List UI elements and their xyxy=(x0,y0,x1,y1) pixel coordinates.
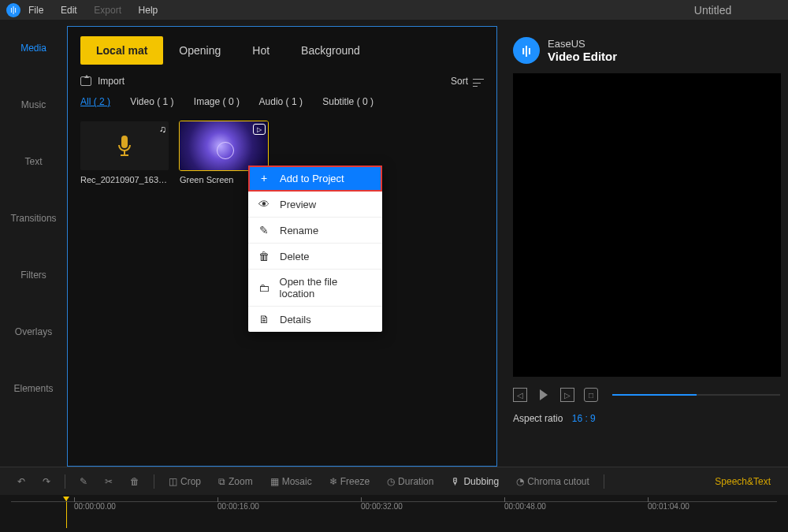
undo-button[interactable]: ↶ xyxy=(11,476,32,487)
sidebar-item-music[interactable]: Music xyxy=(0,76,67,133)
brand-banner: ı|ı EaseUS Video Editor xyxy=(505,28,788,73)
folder-icon: 🗀 xyxy=(258,281,270,294)
menu-bar: File Edit Export Help xyxy=(28,4,172,16)
media-item[interactable]: ♫ Rec_20210907_1635... xyxy=(80,121,169,184)
duration-tool[interactable]: ◷ Duration xyxy=(381,476,440,487)
app-logo-icon: ı|ı xyxy=(6,3,20,17)
speech-text-tool[interactable]: Speech&Text xyxy=(708,476,777,487)
video-badge-icon: ▷ xyxy=(253,124,266,135)
preview-panel: ı|ı EaseUS Video Editor ◁ ▷ □ Aspect rat… xyxy=(497,20,788,467)
ctx-details[interactable]: 🗎 Details xyxy=(248,307,382,332)
tab-background[interactable]: Background xyxy=(285,36,376,65)
time-tick: 00:01:04.00 xyxy=(648,502,690,511)
cut-tool[interactable]: ✂ xyxy=(98,476,119,487)
sidebar-item-overlays[interactable]: Overlays xyxy=(0,303,67,360)
menu-file[interactable]: File xyxy=(28,5,43,16)
time-tick: 00:00:16.00 xyxy=(217,502,259,511)
eye-icon: 👁 xyxy=(258,198,270,210)
sidebar-item-elements[interactable]: Elements xyxy=(0,360,67,417)
project-title: Untitled xyxy=(694,4,731,17)
media-filter-bar: All ( 2 ) Video ( 1 ) Image ( 0 ) Audio … xyxy=(68,91,496,115)
pencil-icon: ✎ xyxy=(258,224,270,236)
mosaic-tool[interactable]: ▦ Mosaic xyxy=(264,476,318,487)
time-ruler[interactable]: 00:00:00.00 00:00:16.00 00:00:32.00 00:0… xyxy=(11,501,777,525)
ctx-open-location[interactable]: 🗀 Open the file location xyxy=(248,270,382,307)
aspect-ratio[interactable]: Aspect ratio 16 : 9 xyxy=(505,413,788,424)
filter-all[interactable]: All ( 2 ) xyxy=(80,96,110,107)
sidebar-item-text[interactable]: Text xyxy=(0,133,67,190)
filter-video[interactable]: Video ( 1 ) xyxy=(130,96,173,107)
time-tick: 00:00:32.00 xyxy=(361,502,403,511)
menu-export: Export xyxy=(94,5,121,16)
timeline[interactable]: 00:00:00.00 00:00:16.00 00:00:32.00 00:0… xyxy=(0,495,788,532)
sidebar-item-transitions[interactable]: Transitions xyxy=(0,190,67,247)
aspect-label: Aspect ratio xyxy=(513,413,563,424)
ctx-rename[interactable]: ✎ Rename xyxy=(248,218,382,244)
ctx-delete[interactable]: 🗑 Delete xyxy=(248,244,382,270)
tab-local[interactable]: Local mat xyxy=(80,36,163,65)
details-icon: 🗎 xyxy=(258,313,270,326)
filter-subtitle[interactable]: Subtitle ( 0 ) xyxy=(322,96,374,107)
filter-audio[interactable]: Audio ( 1 ) xyxy=(259,96,303,107)
svg-rect-0 xyxy=(121,136,128,148)
import-button[interactable]: Import xyxy=(98,76,125,87)
tab-hot[interactable]: Hot xyxy=(236,36,285,65)
brand-logo-icon: ı|ı xyxy=(513,37,540,64)
dubbing-tool[interactable]: 🎙 Dubbing xyxy=(444,476,505,487)
edit-tool[interactable]: ✎ xyxy=(73,476,94,487)
zoom-tool[interactable]: ⧉ Zoom xyxy=(212,476,259,487)
sort-icon[interactable] xyxy=(473,79,484,87)
sidebar-item-media[interactable]: Media xyxy=(0,20,67,76)
prev-button[interactable]: ◁ xyxy=(513,388,527,402)
trash-icon: 🗑 xyxy=(258,250,270,262)
redo-button[interactable]: ↷ xyxy=(36,476,57,487)
freeze-tool[interactable]: ❄ Freeze xyxy=(323,476,376,487)
brand-line2: Video Editor xyxy=(548,50,617,63)
media-thumbnail-video[interactable]: ▷ xyxy=(180,121,268,170)
time-tick: 00:00:00.00 xyxy=(74,502,116,511)
sidebar-item-filters[interactable]: Filters xyxy=(0,247,67,303)
source-tabs: Local mat Opening Hot Background xyxy=(68,35,496,66)
music-note-icon: ♫ xyxy=(159,124,166,135)
timeline-toolbar: ↶ ↷ ✎ ✂ 🗑 ◫ Crop ⧉ Zoom ▦ Mosaic ❄ Freez… xyxy=(0,467,788,495)
ctx-add-to-project[interactable]: + Add to Project xyxy=(248,166,382,192)
media-caption: Rec_20210907_1635... xyxy=(80,175,169,184)
preview-screen xyxy=(513,73,781,377)
next-button[interactable]: ▷ xyxy=(560,388,574,402)
left-sidebar: Media Music Text Transitions Filters Ove… xyxy=(0,20,67,467)
sort-label[interactable]: Sort xyxy=(451,76,468,87)
context-menu: + Add to Project 👁 Preview ✎ Rename 🗑 De… xyxy=(248,166,382,332)
delete-tool[interactable]: 🗑 xyxy=(124,476,146,487)
filter-image[interactable]: Image ( 0 ) xyxy=(194,96,240,107)
media-thumbnail-audio[interactable]: ♫ xyxy=(80,121,169,170)
play-button[interactable] xyxy=(537,388,551,402)
time-tick: 00:00:48.00 xyxy=(504,502,546,511)
progress-bar[interactable] xyxy=(612,394,780,396)
tab-opening[interactable]: Opening xyxy=(163,36,236,65)
crop-tool[interactable]: ◫ Crop xyxy=(162,476,207,487)
transport-controls: ◁ ▷ □ xyxy=(505,377,788,413)
menu-edit[interactable]: Edit xyxy=(61,5,77,16)
aspect-value: 16 : 9 xyxy=(572,413,596,424)
import-icon[interactable] xyxy=(80,76,91,86)
menu-help[interactable]: Help xyxy=(139,5,158,16)
stop-button[interactable]: □ xyxy=(584,388,598,402)
top-menu-bar: ı|ı File Edit Export Help Untitled xyxy=(0,0,788,20)
brand-line1: EaseUS xyxy=(548,38,617,50)
plus-icon: + xyxy=(258,172,270,184)
ctx-preview[interactable]: 👁 Preview xyxy=(248,192,382,218)
chroma-tool[interactable]: ◔ Chroma cutout xyxy=(510,476,596,487)
